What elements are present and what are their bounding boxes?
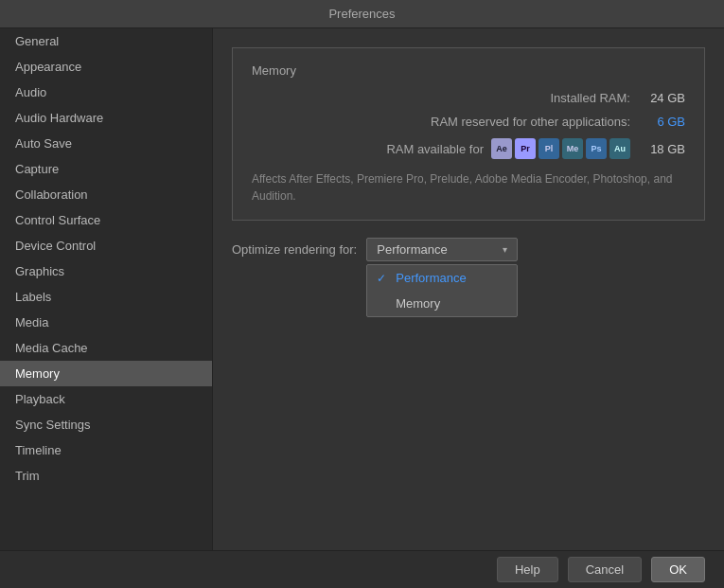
content-area: Memory Installed RAM: 24 GB RAM reserved… xyxy=(213,28,724,550)
check-icon: ✓ xyxy=(377,272,390,285)
footer: Help Cancel OK xyxy=(0,550,724,588)
me-icon: Me xyxy=(562,138,583,159)
help-button[interactable]: Help xyxy=(497,557,558,582)
title-bar: Preferences xyxy=(0,0,724,28)
available-ram-row: RAM available for Ae Pr Pl Me Ps Au 18 G… xyxy=(252,138,685,159)
available-ram-value: 18 GB xyxy=(638,142,685,156)
sidebar-item-appearance[interactable]: Appearance xyxy=(0,54,212,80)
memory-panel: Memory Installed RAM: 24 GB RAM reserved… xyxy=(232,47,705,221)
app-icons: Ae Pr Pl Me Ps Au xyxy=(491,138,630,159)
sidebar-item-capture[interactable]: Capture xyxy=(0,156,212,182)
sidebar-item-sync-settings[interactable]: Sync Settings xyxy=(0,412,212,437)
sidebar-item-collaboration[interactable]: Collaboration xyxy=(0,182,212,207)
pr-icon: Pr xyxy=(515,138,536,159)
sidebar-item-media-cache[interactable]: Media Cache xyxy=(0,335,212,361)
sidebar-item-memory[interactable]: Memory xyxy=(0,361,212,386)
au-icon: Au xyxy=(609,138,630,159)
optimize-label: Optimize rendering for: xyxy=(232,242,357,257)
check-placeholder xyxy=(377,297,390,311)
sidebar-item-media[interactable]: Media xyxy=(0,310,212,335)
installed-ram-label: Installed RAM: xyxy=(550,91,630,105)
sidebar: GeneralAppearanceAudioAudio HardwareAuto… xyxy=(0,28,213,550)
performance-option-label: Performance xyxy=(396,271,466,285)
sidebar-item-labels[interactable]: Labels xyxy=(0,284,212,310)
ok-button[interactable]: OK xyxy=(651,557,705,582)
reserved-ram-value: 6 GB xyxy=(638,115,685,129)
dropdown-option-performance[interactable]: ✓ Performance xyxy=(367,265,517,291)
ps-icon: Ps xyxy=(586,138,607,159)
sidebar-item-playback[interactable]: Playback xyxy=(0,386,212,412)
ae-icon: Ae xyxy=(491,138,512,159)
chevron-down-icon: ▾ xyxy=(503,244,507,255)
dropdown-container: Performance ▾ ✓ Performance Memory xyxy=(366,238,518,261)
reserved-ram-label: RAM reserved for other applications: xyxy=(431,115,630,129)
sidebar-item-graphics[interactable]: Graphics xyxy=(0,258,212,284)
dropdown-selected-label: Performance xyxy=(377,242,447,257)
sidebar-item-timeline[interactable]: Timeline xyxy=(0,437,212,463)
sidebar-item-general[interactable]: General xyxy=(0,28,212,54)
cancel-button[interactable]: Cancel xyxy=(568,557,642,582)
available-ram-label: RAM available for xyxy=(386,142,484,156)
installed-ram-value: 24 GB xyxy=(638,91,685,105)
affects-text: Affects After Effects, Premiere Pro, Pre… xyxy=(252,170,685,205)
window-title: Preferences xyxy=(328,7,395,21)
sidebar-item-audio-hardware[interactable]: Audio Hardware xyxy=(0,105,212,131)
sidebar-item-trim[interactable]: Trim xyxy=(0,463,212,489)
sidebar-item-device-control[interactable]: Device Control xyxy=(0,233,212,258)
dropdown-option-memory[interactable]: Memory xyxy=(367,291,517,316)
main-layout: GeneralAppearanceAudioAudio HardwareAuto… xyxy=(0,28,724,550)
sidebar-item-audio[interactable]: Audio xyxy=(0,80,212,105)
panel-title: Memory xyxy=(252,63,685,78)
sidebar-item-control-surface[interactable]: Control Surface xyxy=(0,207,212,233)
optimize-dropdown[interactable]: Performance ▾ xyxy=(366,238,518,261)
optimize-row: Optimize rendering for: Performance ▾ ✓ … xyxy=(232,238,705,261)
memory-option-label: Memory xyxy=(396,296,440,311)
installed-ram-row: Installed RAM: 24 GB xyxy=(252,91,685,105)
sidebar-item-auto-save[interactable]: Auto Save xyxy=(0,131,212,156)
optimize-dropdown-menu: ✓ Performance Memory xyxy=(366,264,518,317)
reserved-ram-row: RAM reserved for other applications: 6 G… xyxy=(252,115,685,129)
pl-icon: Pl xyxy=(539,138,559,159)
